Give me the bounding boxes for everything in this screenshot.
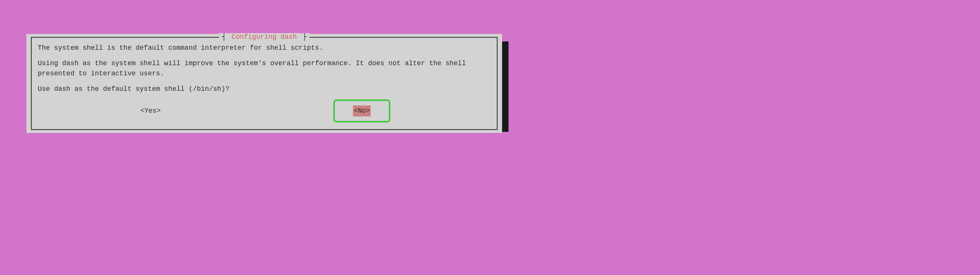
dialog-container: ┤ Configuring dash ├ The system shell is… [26, 34, 502, 133]
dialog-title-wrap: ┤ Configuring dash ├ [219, 33, 310, 41]
no-button-highlight[interactable]: <No> [333, 100, 390, 122]
dialog-border: ┤ Configuring dash ├ The system shell is… [31, 37, 498, 130]
dialog-text-line1: The system shell is the default command … [38, 43, 491, 53]
dialog-text-line2: Using dash as the system shell will impr… [38, 58, 491, 79]
no-button[interactable]: <No> [353, 106, 371, 116]
button-row: <Yes> <No> [38, 100, 491, 122]
title-bracket-left: ┤ [222, 33, 226, 41]
yes-button[interactable]: <Yes> [138, 105, 163, 117]
dialog-text-line3: Use dash as the default system shell (/b… [38, 84, 491, 94]
title-bracket-right: ├ [302, 33, 307, 41]
dialog-title: Configuring dash [230, 33, 299, 41]
dialog-content: The system shell is the default command … [38, 43, 491, 122]
